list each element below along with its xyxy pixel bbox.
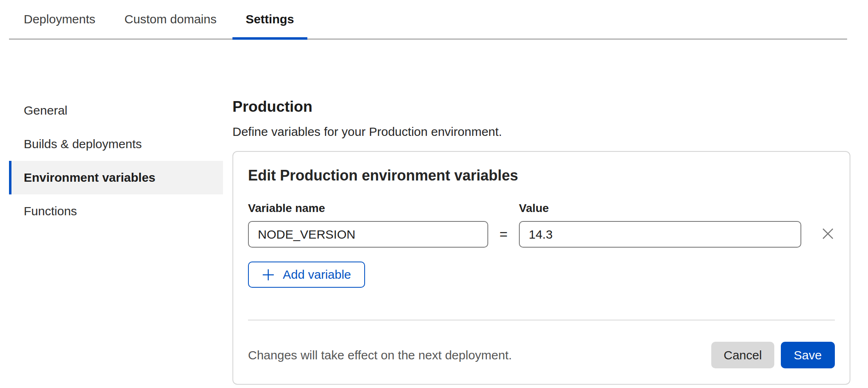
save-button[interactable]: Save (781, 342, 835, 368)
add-variable-label: Add variable (283, 268, 351, 282)
variable-value-input[interactable] (519, 221, 801, 248)
card-divider (248, 320, 835, 320)
sidebar-item-functions[interactable]: Functions (9, 194, 223, 228)
variable-value-field-group: Value (519, 203, 801, 248)
tab-bar: Deployments Custom domains Settings (9, 0, 847, 40)
variable-value-label: Value (519, 203, 801, 214)
sidebar-item-builds-deployments[interactable]: Builds & deployments (9, 127, 223, 161)
settings-content: General Builds & deployments Environment… (0, 40, 868, 385)
remove-variable-button[interactable] (821, 221, 835, 248)
plus-icon (262, 268, 275, 281)
settings-sidebar: General Builds & deployments Environment… (9, 40, 223, 228)
section-description: Define variables for your Production env… (232, 126, 850, 138)
footer-note: Changes will take effect on the next dep… (248, 349, 512, 361)
section-title: Production (232, 99, 850, 114)
edit-variables-card: Edit Production environment variables Va… (232, 151, 850, 385)
sidebar-item-general[interactable]: General (9, 94, 223, 127)
variable-row: Variable name = Value (248, 203, 835, 248)
sidebar-item-environment-variables[interactable]: Environment variables (9, 161, 223, 194)
equals-sign: = (488, 221, 519, 248)
card-title: Edit Production environment variables (248, 168, 835, 183)
add-variable-button[interactable]: Add variable (248, 262, 365, 288)
variable-name-field-group: Variable name (248, 203, 488, 248)
tab-custom-domains[interactable]: Custom domains (111, 0, 230, 38)
variable-name-label: Variable name (248, 203, 488, 214)
tab-settings[interactable]: Settings (232, 0, 307, 38)
environment-variables-panel: Production Define variables for your Pro… (232, 40, 850, 385)
cancel-button[interactable]: Cancel (711, 342, 774, 368)
variable-name-input[interactable] (248, 221, 488, 248)
close-icon (821, 227, 835, 242)
card-footer: Changes will take effect on the next dep… (248, 342, 835, 368)
footer-actions: Cancel Save (711, 342, 835, 368)
tab-deployments[interactable]: Deployments (11, 0, 108, 38)
